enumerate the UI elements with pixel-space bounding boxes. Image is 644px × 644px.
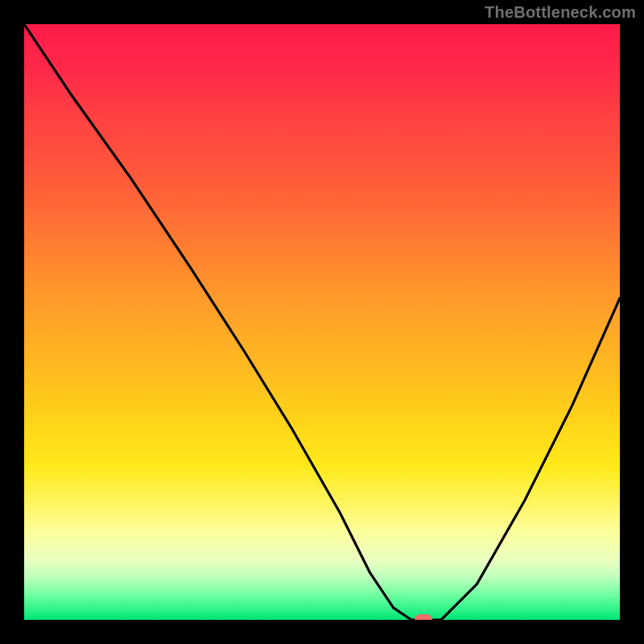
curve-path — [24, 24, 620, 620]
attribution-text: TheBottleneck.com — [485, 3, 636, 22]
bottleneck-curve — [24, 24, 620, 620]
plot-area — [24, 24, 620, 620]
chart-frame: TheBottleneck.com — [0, 0, 644, 644]
optimal-marker — [415, 614, 432, 620]
